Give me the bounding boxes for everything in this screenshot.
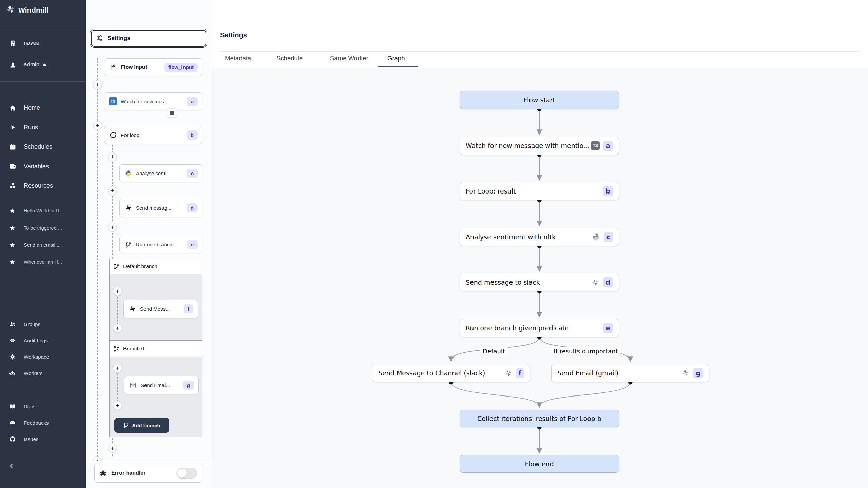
tab-schedule[interactable]: Schedule: [276, 55, 303, 62]
sidebar-favorite-send-email[interactable]: Send an email ...: [0, 240, 86, 250]
sidebar-item-workers[interactable]: Workers: [0, 368, 86, 378]
edge-label-predicate: If results.d.important: [551, 347, 620, 355]
tab-same-worker[interactable]: Same Worker: [330, 55, 368, 62]
step-node-f[interactable]: Send Mess... f: [123, 300, 198, 318]
node-label: Send Message to Channel (slack): [378, 369, 485, 377]
branch-0-header[interactable]: Branch 0: [109, 340, 202, 357]
branch-icon: [124, 241, 132, 249]
step-node-a[interactable]: TS Watch for new mes... a: [104, 92, 202, 110]
drag-handle[interactable]: [167, 108, 177, 118]
sidebar-item-label: Runs: [24, 124, 38, 131]
windmill-gray-icon: [504, 369, 513, 377]
favorite-label: Hello World in D...: [24, 208, 63, 214]
page-title: Settings: [220, 31, 247, 39]
step-node-d[interactable]: Send messag... d: [119, 199, 202, 217]
github-icon: [9, 436, 16, 442]
add-step-button[interactable]: +: [113, 287, 122, 296]
step-badge: f: [184, 304, 193, 313]
add-step-button[interactable]: +: [113, 324, 122, 333]
add-step-button[interactable]: +: [113, 401, 122, 410]
flow-graph-canvas[interactable]: Default If results.d.important Flow star…: [212, 68, 868, 488]
sidebar-item-groups[interactable]: Groups: [0, 319, 86, 329]
add-step-button[interactable]: +: [93, 121, 102, 130]
sidebar-favorite-hello-world[interactable]: Hello World in D...: [0, 206, 86, 216]
app-logo[interactable]: Windmill: [6, 5, 49, 15]
add-step-button[interactable]: +: [108, 444, 117, 453]
step-badge: b: [187, 130, 198, 140]
sidebar-item-audit-logs[interactable]: Audit Logs: [0, 335, 86, 345]
default-branch-label: Default branch: [123, 263, 157, 269]
sidebar-item-docs[interactable]: Docs: [0, 401, 86, 411]
graph-node-d[interactable]: Send message to slack d: [460, 273, 619, 291]
add-branch-button[interactable]: Add branch: [114, 418, 169, 433]
step-node-g[interactable]: Send Emai... g: [124, 376, 199, 394]
sidebar-item-schedules[interactable]: Schedules: [0, 142, 86, 152]
add-step-button[interactable]: +: [108, 152, 117, 161]
node-label: Watch for new message with mentio...: [466, 142, 590, 149]
discord-icon: [9, 420, 16, 426]
graph-node-collect[interactable]: Collect iterations' results of For Loop …: [460, 410, 619, 427]
python-gray-icon: [592, 233, 600, 241]
node-label: Send message to slack: [466, 279, 540, 286]
sidebar-item-label: Audit Logs: [24, 338, 48, 343]
default-branch-header[interactable]: Default branch: [109, 259, 202, 274]
error-handler-node[interactable]: Error handler: [94, 464, 202, 483]
workspace-name: navee: [24, 40, 39, 46]
node-badge: e: [603, 323, 613, 333]
step-node-b[interactable]: For loop b: [104, 126, 202, 144]
step-node-c[interactable]: Analyse senti... c: [119, 164, 202, 182]
gmail-icon: [129, 381, 137, 389]
home-icon: [9, 104, 16, 111]
sidebar-item-feedbacks[interactable]: Feedbacks: [0, 418, 86, 428]
sidebar-item-resources[interactable]: Resources: [0, 181, 86, 191]
user-name: admin: [24, 61, 39, 68]
tab-metadata[interactable]: Metadata: [225, 55, 251, 62]
sidebar-item-runs[interactable]: Runs: [0, 122, 86, 133]
step-node-e[interactable]: Run one branch e: [119, 236, 202, 253]
add-step-button[interactable]: +: [108, 223, 117, 232]
node-label: Flow end: [525, 460, 554, 468]
windmill-logo-icon: [6, 5, 15, 15]
play-icon: [9, 124, 16, 131]
add-step-button[interactable]: +: [108, 186, 117, 195]
star-icon: [9, 225, 15, 231]
error-handler-toggle[interactable]: [176, 468, 197, 479]
step-badge: c: [187, 169, 198, 178]
graph-node-flow-end[interactable]: Flow end: [460, 455, 619, 473]
add-step-button[interactable]: +: [93, 80, 102, 89]
sidebar-item-home[interactable]: Home: [0, 103, 86, 113]
graph-node-b[interactable]: For Loop: result b: [460, 182, 619, 200]
graph-node-f[interactable]: Send Message to Channel (slack) f: [372, 364, 530, 382]
graph-node-g[interactable]: Send Email (gmail) g: [551, 364, 709, 382]
eye-icon: [9, 337, 16, 344]
tab-graph[interactable]: Graph: [387, 55, 405, 62]
workspace-selector[interactable]: navee: [0, 38, 86, 48]
flow-input-node[interactable]: Flow Input flow_input: [104, 58, 202, 76]
collapse-sidebar-button[interactable]: [0, 461, 86, 471]
graph-node-flow-start[interactable]: Flow start: [460, 91, 619, 109]
flow-settings-button[interactable]: Settings: [91, 30, 206, 47]
graph-node-e[interactable]: Run one branch given predicate e: [460, 319, 619, 337]
windmill-gray-icon: [681, 369, 690, 377]
sidebar-item-issues[interactable]: Issues: [0, 434, 86, 444]
star-icon: [9, 259, 15, 265]
node-label: Collect iterations' results of For Loop …: [477, 415, 601, 422]
sidebar-item-workspace[interactable]: Workspace: [0, 351, 86, 362]
sidebar-item-label: Home: [24, 104, 40, 111]
add-step-button[interactable]: +: [113, 364, 122, 373]
graph-node-a[interactable]: Watch for new message with mentio... TS …: [460, 137, 619, 155]
step-badge: d: [187, 203, 198, 212]
crown-icon: [42, 62, 47, 67]
bug-icon: [99, 469, 107, 477]
sidebar-item-variables[interactable]: Variables: [0, 161, 86, 171]
user-menu[interactable]: admin: [0, 60, 86, 70]
graph-node-c[interactable]: Analyse sentiment with nltk c: [460, 228, 619, 246]
sidebar-favorite-to-be-triggered[interactable]: To be triggered ...: [0, 223, 86, 233]
node-badge: b: [603, 186, 613, 196]
favorite-label: To be triggered ...: [24, 225, 62, 231]
slack-icon: [128, 305, 136, 313]
sidebar-favorite-whenever[interactable]: Whenever an H...: [0, 257, 86, 267]
step-label: Analyse senti...: [136, 170, 171, 176]
branch-icon: [113, 346, 120, 352]
toggle-knob: [177, 469, 187, 478]
